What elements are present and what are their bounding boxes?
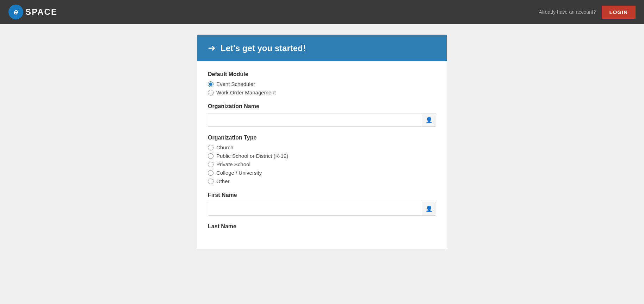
- header-right: Already have an account? LOGIN: [539, 6, 636, 19]
- radio-work-order-management-input[interactable]: [208, 90, 213, 95]
- radio-church-label: Church: [216, 144, 233, 150]
- form-header-icon: ➜: [208, 43, 216, 54]
- org-name-label: Organization Name: [208, 103, 436, 110]
- radio-event-scheduler[interactable]: Event Scheduler: [208, 81, 436, 87]
- radio-public-school-input[interactable]: [208, 153, 213, 159]
- first-name-section: First Name 👤: [208, 192, 436, 216]
- radio-college-university-label: College / University: [216, 170, 262, 176]
- logo-text: SPACE: [25, 7, 57, 17]
- default-module-label: Default Module: [208, 71, 436, 77]
- org-name-person-icon: 👤: [422, 113, 436, 126]
- last-name-section: Last Name: [208, 223, 436, 230]
- radio-private-school[interactable]: Private School: [208, 161, 436, 167]
- radio-work-order-management[interactable]: Work Order Management: [208, 89, 436, 95]
- default-module-radio-group: Event Scheduler Work Order Management: [208, 81, 436, 95]
- radio-church-input[interactable]: [208, 145, 213, 150]
- page-content: ➜ Let's get you started! Default Module …: [0, 24, 644, 263]
- first-name-label: First Name: [208, 192, 436, 198]
- logo-icon: e: [8, 5, 23, 19]
- login-button[interactable]: LOGIN: [602, 6, 636, 19]
- main-header: e SPACE Already have an account? LOGIN: [0, 0, 644, 24]
- radio-work-order-management-label: Work Order Management: [216, 89, 276, 95]
- radio-private-school-input[interactable]: [208, 162, 213, 167]
- form-header-title: Let's get you started!: [221, 43, 306, 53]
- first-name-input[interactable]: [208, 202, 422, 215]
- org-type-radio-group: Church Public School or District (K-12) …: [208, 144, 436, 184]
- form-body: Default Module Event Scheduler Work Orde…: [197, 61, 447, 249]
- form-header: ➜ Let's get you started!: [197, 35, 447, 61]
- radio-college-university[interactable]: College / University: [208, 170, 436, 176]
- radio-church[interactable]: Church: [208, 144, 436, 150]
- org-type-section: Organization Type Church Public School o…: [208, 135, 436, 184]
- radio-public-school-label: Public School or District (K-12): [216, 153, 288, 159]
- org-name-input-wrapper: 👤: [208, 113, 436, 127]
- first-name-input-wrapper: 👤: [208, 202, 436, 216]
- logo: e SPACE: [8, 5, 57, 19]
- radio-event-scheduler-input[interactable]: [208, 81, 213, 87]
- radio-college-university-input[interactable]: [208, 170, 213, 176]
- radio-other-label: Other: [216, 178, 230, 184]
- org-type-label: Organization Type: [208, 135, 436, 141]
- last-name-label: Last Name: [208, 223, 436, 230]
- radio-event-scheduler-label: Event Scheduler: [216, 81, 255, 87]
- radio-private-school-label: Private School: [216, 161, 250, 167]
- default-module-section: Default Module Event Scheduler Work Orde…: [208, 71, 436, 95]
- first-name-person-icon: 👤: [422, 202, 436, 215]
- already-have-account-text: Already have an account?: [539, 9, 596, 15]
- org-name-input[interactable]: [208, 113, 422, 126]
- radio-other-input[interactable]: [208, 179, 213, 184]
- radio-other[interactable]: Other: [208, 178, 436, 184]
- registration-form-container: ➜ Let's get you started! Default Module …: [197, 35, 447, 249]
- radio-public-school[interactable]: Public School or District (K-12): [208, 153, 436, 159]
- org-name-section: Organization Name 👤: [208, 103, 436, 127]
